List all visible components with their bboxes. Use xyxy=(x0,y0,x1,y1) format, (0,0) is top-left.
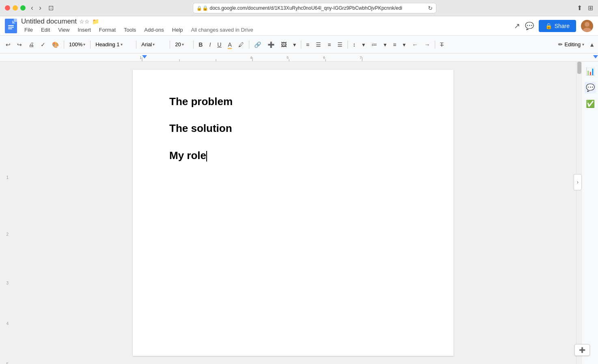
zoom-selector[interactable]: 100% ▾ xyxy=(67,40,88,49)
menu-file[interactable]: File xyxy=(21,26,36,34)
style-selector[interactable]: Heading 1 ▾ xyxy=(93,40,134,49)
line-number-3: 3 xyxy=(6,281,9,285)
divider-3 xyxy=(136,41,136,49)
italic-button[interactable]: I xyxy=(207,39,213,50)
heading-1-problem[interactable]: The problem xyxy=(169,95,233,108)
heading-1-role-text: My role xyxy=(169,149,206,162)
comments-icon[interactable]: 💬 xyxy=(585,82,596,93)
undo-button[interactable]: ↩ xyxy=(3,39,13,50)
star-icon[interactable]: ☆ xyxy=(79,18,90,25)
svg-rect-3 xyxy=(8,27,14,28)
ruler: 1 4 5 6 7 xyxy=(0,54,598,62)
docs-logo xyxy=(5,19,17,33)
trend-icon[interactable]: ↗ xyxy=(514,22,520,30)
underline-button[interactable]: U xyxy=(215,39,224,50)
paint-format-button[interactable]: 🎨 xyxy=(50,39,61,50)
editing-dropdown[interactable]: ✏ Editing ▾ xyxy=(555,40,587,49)
minimize-button[interactable] xyxy=(13,5,18,11)
share-screen-button[interactable]: ⬆ xyxy=(577,4,582,12)
close-button[interactable] xyxy=(5,5,10,11)
divider-6 xyxy=(249,41,249,49)
doc-title-text[interactable]: Untitled document xyxy=(21,17,77,26)
side-expand-button[interactable]: › xyxy=(574,174,582,190)
collapse-toolbar-button[interactable]: ▲ xyxy=(589,41,595,48)
url-text: docs.google.com/document/d/1K13XuRyhc0no… xyxy=(210,5,426,11)
justify-button[interactable]: ☰ xyxy=(335,39,345,50)
zoom-caret: ▾ xyxy=(83,42,85,47)
doc-area[interactable]: The problem The solution My role xyxy=(10,62,576,364)
word-count-icon[interactable]: 📊 xyxy=(585,66,596,77)
numbered-list-button[interactable]: ≔ xyxy=(369,39,380,50)
menu-addons[interactable]: Add-ons xyxy=(141,26,167,34)
svg-rect-4 xyxy=(8,28,12,29)
indent-more-button[interactable]: → xyxy=(422,39,432,50)
menu-edit[interactable]: Edit xyxy=(38,26,53,34)
line-spacing-caret[interactable]: ▾ xyxy=(360,39,367,50)
font-selector[interactable]: Arial ▾ xyxy=(139,40,167,49)
redo-button[interactable]: ↪ xyxy=(15,39,24,50)
line-number-4: 4 xyxy=(6,321,9,326)
numbered-list-caret[interactable]: ▾ xyxy=(381,39,389,50)
print-button[interactable]: 🖨 xyxy=(26,39,37,50)
forward-button[interactable]: › xyxy=(37,3,43,13)
doc-title-area: Untitled document ☆ 📁 File Edit View Ins… xyxy=(21,17,253,34)
size-selector[interactable]: 20 ▾ xyxy=(173,40,191,49)
folder-icon[interactable]: 📁 xyxy=(92,18,99,25)
clear-format-button[interactable]: T̶ xyxy=(438,39,446,50)
tasks-icon[interactable]: ✅ xyxy=(585,98,596,110)
sidebar-toggle-button[interactable]: ⊡ xyxy=(48,4,54,12)
style-value: Heading 1 xyxy=(95,41,119,47)
bullet-list-button[interactable]: ≡ xyxy=(391,39,399,50)
style-caret: ▾ xyxy=(121,42,123,47)
insert-button[interactable]: ➕ xyxy=(265,39,277,50)
heading-1-role[interactable]: My role xyxy=(169,149,207,162)
heading-1-solution[interactable]: The solution xyxy=(169,122,232,134)
line-spacing-button[interactable]: ↕ xyxy=(350,39,358,50)
editing-pencil-icon: ✏ xyxy=(558,41,563,47)
link-button[interactable]: 🔗 xyxy=(252,39,263,50)
spellcheck-button[interactable]: ✓ xyxy=(38,39,48,50)
font-value: Arial xyxy=(141,41,152,47)
scrollbar-area[interactable] xyxy=(576,62,582,364)
bottom-toolbar[interactable]: ➕ xyxy=(574,344,590,356)
toolbar: ↩ ↪ 🖨 ✓ 🎨 100% ▾ Heading 1 ▾ Arial ▾ 20 … xyxy=(0,36,598,54)
image-button[interactable]: 🖼 xyxy=(278,39,289,50)
image-caret[interactable]: ▾ xyxy=(291,39,298,50)
menu-insert[interactable]: Insert xyxy=(74,26,94,34)
align-center-button[interactable]: ☰ xyxy=(313,39,324,50)
font-caret: ▾ xyxy=(153,42,155,47)
align-left-button[interactable]: ≡ xyxy=(304,39,312,50)
text-color-button[interactable]: A xyxy=(225,39,234,50)
zoom-value: 100% xyxy=(69,41,82,47)
maximize-button[interactable] xyxy=(20,5,26,11)
page[interactable]: The problem The solution My role xyxy=(133,70,453,356)
share-button[interactable]: 🔒 Share xyxy=(539,20,576,32)
left-margin: 1 2 3 4 5 xyxy=(0,62,10,364)
word-count-glyph: 📊 xyxy=(586,67,595,76)
editing-mode-label: Editing xyxy=(564,41,581,47)
reload-button[interactable]: ↻ xyxy=(428,5,433,11)
nav-buttons: ‹ › xyxy=(29,3,43,13)
chat-icon[interactable]: 💬 xyxy=(525,22,534,30)
menu-help[interactable]: Help xyxy=(169,26,186,34)
bullet-list-caret[interactable]: ▾ xyxy=(400,39,408,50)
avatar[interactable] xyxy=(581,20,593,32)
header-right: ↗ 💬 🔒 Share xyxy=(514,20,593,32)
align-right-button[interactable]: ≡ xyxy=(325,39,333,50)
address-bar[interactable]: 🔒 docs.google.com/document/d/1K13XuRyhc0… xyxy=(193,3,436,13)
highlight-button[interactable]: 🖊 xyxy=(236,39,246,50)
doc-title-row: Untitled document ☆ 📁 xyxy=(21,17,253,26)
add-icon: ➕ xyxy=(579,347,585,353)
menu-view[interactable]: View xyxy=(55,26,73,34)
bold-button[interactable]: B xyxy=(196,39,205,50)
divider-9 xyxy=(435,41,435,49)
indent-less-button[interactable]: ← xyxy=(410,39,420,50)
back-button[interactable]: ‹ xyxy=(29,3,35,13)
fullscreen-button[interactable]: ⊞ xyxy=(588,4,593,12)
right-sidebar: 📊 💬 ✅ xyxy=(582,62,598,364)
menu-format[interactable]: Format xyxy=(96,26,119,34)
divider-1 xyxy=(64,41,64,49)
divider-2 xyxy=(90,41,91,49)
menu-tools[interactable]: Tools xyxy=(121,26,139,34)
title-bar: ‹ › ⊡ 🔒 docs.google.com/document/d/1K13X… xyxy=(0,0,598,16)
